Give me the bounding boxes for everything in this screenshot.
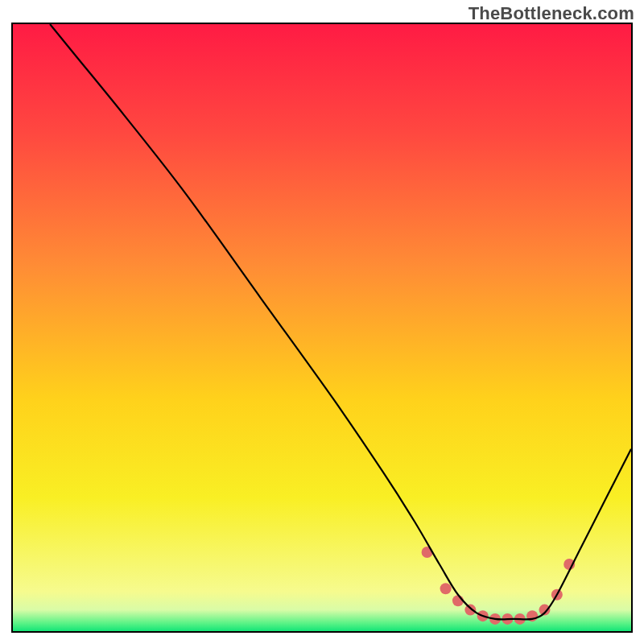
chart-stage: TheBottleneck.com xyxy=(0,0,644,644)
plot-frame xyxy=(11,23,633,633)
gradient-background xyxy=(13,24,631,631)
watermark-label: TheBottleneck.com xyxy=(469,3,634,24)
highlight-marker xyxy=(440,583,452,594)
chart-svg xyxy=(13,24,631,631)
highlight-marker xyxy=(464,605,476,616)
